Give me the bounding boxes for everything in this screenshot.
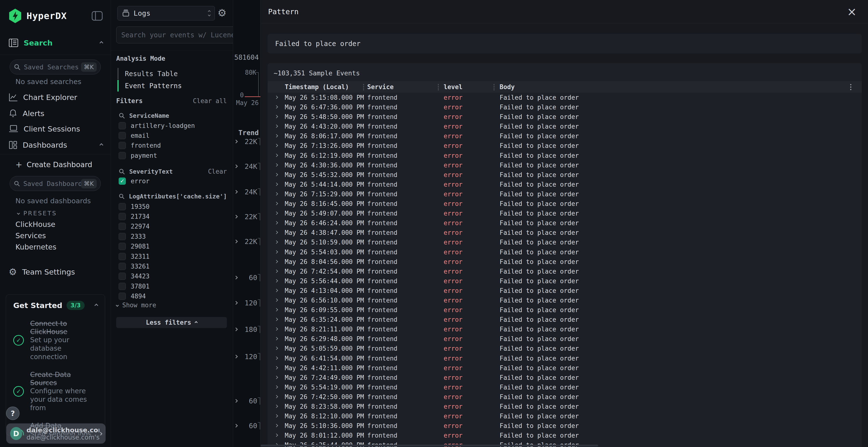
chevron-right-icon[interactable] xyxy=(275,153,278,157)
sample-event-row[interactable]: May 26 8:06:17.000 PMfrontenderrorFailed… xyxy=(268,131,862,141)
column-header-service[interactable]: Service xyxy=(367,81,394,93)
saved-searches-input[interactable]: Saved Searches ⌘K xyxy=(10,60,101,74)
pattern-row[interactable]: 60 xyxy=(233,421,261,431)
sample-event-row[interactable]: May 26 6:47:36.000 PMfrontenderrorFailed… xyxy=(268,102,862,112)
chevron-right-icon[interactable] xyxy=(234,355,238,358)
filter-option[interactable]: ✓error xyxy=(119,176,227,186)
chevron-right-icon[interactable] xyxy=(234,399,238,403)
filter-option[interactable]: artillery-loadgen xyxy=(119,121,227,131)
chevron-right-icon[interactable] xyxy=(275,385,278,389)
chevron-right-icon[interactable] xyxy=(275,424,278,427)
get-started-item[interactable]: ✓ Connect to ClickHouse Set up your data… xyxy=(13,319,98,361)
sidebar-item-client-sessions[interactable]: Client Sessions xyxy=(9,123,103,135)
chevron-right-icon[interactable] xyxy=(275,96,278,99)
sidebar-item-search[interactable]: Search xyxy=(9,37,103,49)
sample-event-row[interactable]: May 26 8:01:12.000 PMfrontenderrorFailed… xyxy=(268,431,862,440)
pattern-row[interactable]: 24K xyxy=(233,187,261,197)
filter-option[interactable]: email xyxy=(119,131,227,140)
presets-toggle[interactable]: PRESETS xyxy=(18,209,97,217)
checkbox[interactable] xyxy=(119,293,126,300)
chevron-right-icon[interactable] xyxy=(275,221,278,225)
filter-option[interactable]: 4894 xyxy=(119,291,227,301)
filter-option[interactable]: 2333 xyxy=(119,232,227,241)
chevron-right-icon[interactable] xyxy=(234,276,238,280)
chevron-right-icon[interactable] xyxy=(234,140,238,143)
sample-event-row[interactable]: May 26 8:12:10.000 PMfrontenderrorFailed… xyxy=(268,411,862,421)
chevron-right-icon[interactable] xyxy=(234,240,238,243)
chevron-right-icon[interactable] xyxy=(234,301,238,305)
checkbox[interactable] xyxy=(119,122,126,129)
sample-event-row[interactable]: May 26 6:46:24.000 PMfrontenderrorFailed… xyxy=(268,218,862,228)
preset-services[interactable]: Services xyxy=(16,230,95,241)
less-filters-button[interactable]: Less filters xyxy=(116,317,227,328)
sample-event-row[interactable]: May 26 7:42:50.000 PMfrontenderrorFailed… xyxy=(268,392,862,402)
mode-results-table[interactable]: Results Table xyxy=(117,68,223,79)
chevron-right-icon[interactable] xyxy=(275,231,278,234)
sample-event-row[interactable]: May 26 8:23:58.000 PMfrontenderrorFailed… xyxy=(268,402,862,411)
column-header-level[interactable]: level xyxy=(444,81,462,93)
sample-event-row[interactable]: May 26 5:10:36.000 PMfrontenderrorFailed… xyxy=(268,421,862,431)
sample-event-row[interactable]: May 26 7:24:49.000 PMfrontenderrorFailed… xyxy=(268,373,862,382)
help-button[interactable]: ? xyxy=(6,407,20,420)
chevron-right-icon[interactable] xyxy=(275,163,278,167)
sample-event-row[interactable]: May 26 6:12:19.000 PMfrontenderrorFailed… xyxy=(268,151,862,161)
checkbox[interactable] xyxy=(119,213,126,220)
chevron-right-icon[interactable] xyxy=(275,260,278,263)
chevron-right-icon[interactable] xyxy=(275,134,278,138)
chevron-right-icon[interactable] xyxy=(275,356,278,359)
checkbox[interactable] xyxy=(119,142,126,149)
chevron-right-icon[interactable] xyxy=(275,173,278,176)
filter-option[interactable]: 34423 xyxy=(119,271,227,281)
preset-kubernetes[interactable]: Kubernetes xyxy=(16,242,95,252)
chevron-right-icon[interactable] xyxy=(275,405,278,408)
checkbox[interactable] xyxy=(119,263,126,270)
chevron-right-icon[interactable] xyxy=(275,414,278,418)
filter-option[interactable]: 32311 xyxy=(119,251,227,261)
sample-event-row[interactable]: May 26 7:15:29.000 PMfrontenderrorFailed… xyxy=(268,189,862,199)
chevron-right-icon[interactable] xyxy=(275,240,278,244)
sample-event-row[interactable]: May 26 4:38:47.000 PMfrontenderrorFailed… xyxy=(268,228,862,238)
chevron-right-icon[interactable] xyxy=(275,270,278,273)
source-select-dropdown[interactable]: Logs xyxy=(117,6,215,21)
checkbox[interactable] xyxy=(119,152,126,159)
sample-event-row[interactable]: May 26 4:43:20.000 PMfrontenderrorFailed… xyxy=(268,122,862,131)
chevron-right-icon[interactable] xyxy=(275,434,278,437)
chevron-right-icon[interactable] xyxy=(234,215,238,219)
show-more-link[interactable]: Show more xyxy=(116,302,156,309)
sample-event-row[interactable]: May 26 8:21:11.000 PMfrontenderrorFailed… xyxy=(268,324,862,334)
column-resize-handle[interactable] xyxy=(363,84,364,90)
checkbox[interactable] xyxy=(119,223,126,230)
sample-event-row[interactable]: May 26 5:56:44.000 PMfrontenderrorFailed… xyxy=(268,276,862,286)
saved-dashboards-input[interactable]: Saved Dashboards ⌘K xyxy=(10,176,101,191)
chevron-right-icon[interactable] xyxy=(275,115,278,118)
pattern-row[interactable]: 60 xyxy=(233,396,261,406)
create-dashboard-button[interactable]: + Create Dashboard xyxy=(16,159,97,170)
sample-event-row[interactable]: May 26 8:04:56.000 PMfrontenderrorFailed… xyxy=(268,257,862,267)
chevron-up-icon[interactable] xyxy=(94,304,98,307)
chevron-right-icon[interactable] xyxy=(275,366,278,370)
filter-option[interactable]: payment xyxy=(119,150,227,161)
chevron-right-icon[interactable] xyxy=(275,376,278,379)
chevron-right-icon[interactable] xyxy=(275,318,278,321)
sidebar-collapse-icon[interactable] xyxy=(92,11,103,21)
checkbox[interactable] xyxy=(119,233,126,240)
pattern-row[interactable]: 22K xyxy=(233,237,261,247)
filter-option[interactable]: 37801 xyxy=(119,281,227,291)
sample-event-row[interactable]: May 26 4:13:04.000 PMfrontenderrorFailed… xyxy=(268,286,862,296)
preset-clickhouse[interactable]: ClickHouse xyxy=(16,219,95,230)
pattern-row[interactable]: 22K xyxy=(233,137,261,147)
checkbox[interactable] xyxy=(119,283,126,290)
pattern-row[interactable]: 22K xyxy=(233,212,261,222)
chevron-right-icon[interactable] xyxy=(275,105,278,109)
column-header-body[interactable]: Body xyxy=(500,81,515,93)
filter-option[interactable]: 33261 xyxy=(119,261,227,271)
chevron-up-icon[interactable] xyxy=(100,143,103,147)
sample-event-row[interactable]: May 26 6:29:48.000 PMfrontenderrorFailed… xyxy=(268,334,862,344)
pattern-row[interactable]: 120 xyxy=(233,298,261,308)
sidebar-item-chart-explorer[interactable]: Chart Explorer xyxy=(9,91,103,104)
sample-event-row[interactable]: May 26 6:41:54.000 PMfrontenderrorFailed… xyxy=(268,353,862,363)
pattern-row[interactable]: 120 xyxy=(233,352,261,362)
sample-event-row[interactable]: May 26 5:44:14.000 PMfrontenderrorFailed… xyxy=(268,180,862,189)
chevron-right-icon[interactable] xyxy=(275,211,278,215)
chevron-right-icon[interactable] xyxy=(234,190,238,194)
